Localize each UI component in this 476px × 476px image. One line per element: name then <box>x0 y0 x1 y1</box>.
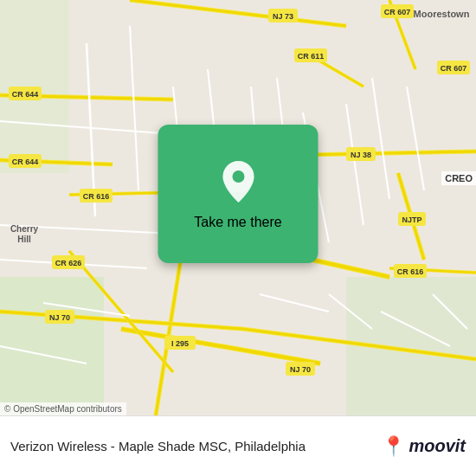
svg-rect-1 <box>0 277 104 415</box>
svg-text:NJ 70: NJ 70 <box>49 313 70 322</box>
attribution-text: © OpenStreetMap contributors <box>4 404 122 414</box>
creo-label: CREO <box>441 171 476 185</box>
svg-text:Moorestown: Moorestown <box>414 9 470 19</box>
moovit-pin-icon: 📍 <box>382 437 405 456</box>
osm-attribution: © OpenStreetMap contributors <box>0 402 126 415</box>
creo-text: CREO <box>445 173 473 183</box>
moovit-logo: 📍 moovit <box>382 436 466 456</box>
svg-text:NJ 70: NJ 70 <box>290 365 311 374</box>
svg-text:CR 611: CR 611 <box>298 52 325 61</box>
place-name: Verizon Wireless - Maple Shade MSC, Phil… <box>10 439 382 453</box>
svg-text:NJ 73: NJ 73 <box>273 12 293 21</box>
svg-text:CR 644: CR 644 <box>12 90 39 99</box>
location-pin-icon <box>217 158 259 206</box>
take-me-there-label: Take me there <box>194 215 281 230</box>
svg-point-89 <box>232 170 244 183</box>
take-me-there-button[interactable]: Take me there <box>158 125 318 263</box>
svg-text:I 295: I 295 <box>171 339 189 348</box>
svg-text:Cherry: Cherry <box>10 224 39 234</box>
bottom-bar: Verizon Wireless - Maple Shade MSC, Phil… <box>0 415 476 476</box>
svg-text:Hill: Hill <box>17 235 31 244</box>
svg-text:CR 644: CR 644 <box>12 158 39 166</box>
map-container: NJ 73 CR 644 CR 644 CR 611 CR 607 CR 607… <box>0 0 476 415</box>
svg-text:CR 626: CR 626 <box>55 259 82 267</box>
svg-text:CR 607: CR 607 <box>384 8 411 16</box>
svg-text:CR 616: CR 616 <box>397 267 424 276</box>
svg-text:CR 607: CR 607 <box>441 64 467 73</box>
svg-text:NJ 38: NJ 38 <box>351 151 371 159</box>
cta-overlay: Take me there <box>158 125 318 263</box>
svg-text:NJTP: NJTP <box>402 215 421 224</box>
moovit-brand-text: moovit <box>408 436 466 456</box>
svg-text:CR 616: CR 616 <box>83 192 110 201</box>
